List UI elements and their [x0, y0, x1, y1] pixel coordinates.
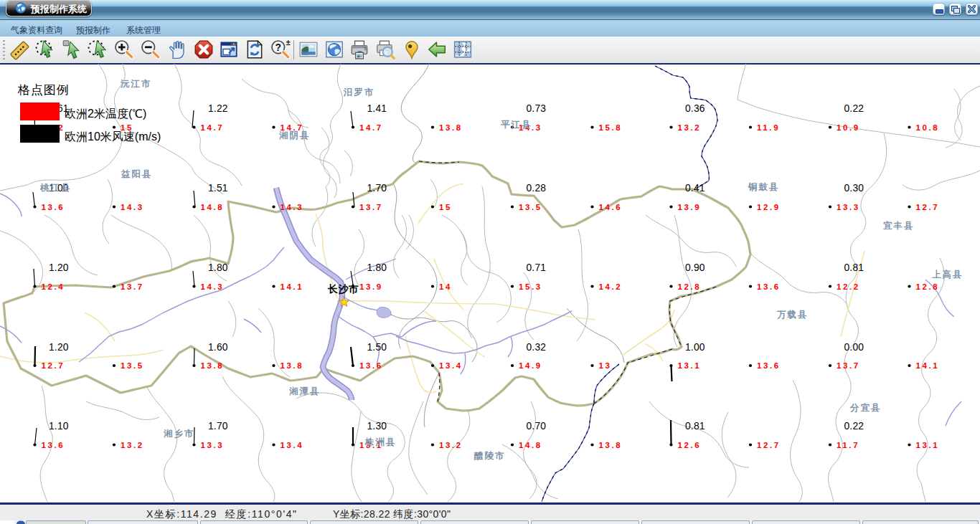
- svg-text:铜鼓县: 铜鼓县: [748, 182, 780, 192]
- svg-text:13.4: 13.4: [439, 361, 463, 370]
- svg-text:15.8: 15.8: [599, 123, 623, 132]
- svg-text:13.5: 13.5: [519, 203, 542, 211]
- svg-text:湘阴县: 湘阴县: [278, 130, 311, 140]
- svg-text:13.1: 13.1: [678, 361, 702, 370]
- svg-text:0.81: 0.81: [844, 262, 864, 273]
- svg-text:13.6: 13.6: [42, 203, 65, 211]
- svg-text:格点图例: 格点图例: [17, 83, 70, 97]
- svg-text:13.3: 13.3: [201, 441, 225, 449]
- svg-text:湘乡市: 湘乡市: [163, 429, 195, 439]
- svg-text:1.10: 1.10: [49, 421, 69, 432]
- svg-text:14.9: 14.9: [519, 361, 542, 370]
- svg-text:宜丰县: 宜丰县: [883, 221, 915, 231]
- svg-text:?: ?: [275, 42, 282, 53]
- svg-text:13.8: 13.8: [599, 441, 623, 449]
- svg-text:12.7: 12.7: [42, 361, 65, 370]
- svg-text:13.6: 13.6: [359, 361, 383, 370]
- svg-text:10.9: 10.9: [837, 123, 860, 132]
- svg-text:13.7: 13.7: [359, 203, 383, 211]
- svg-text:1.50: 1.50: [367, 342, 387, 353]
- svg-text:13.7: 13.7: [837, 361, 860, 370]
- svg-text:11.9: 11.9: [757, 123, 780, 132]
- svg-text:14.3: 14.3: [121, 203, 144, 211]
- svg-text:1.20: 1.20: [49, 262, 69, 273]
- svg-text:0.73: 0.73: [527, 103, 547, 114]
- svg-text:0.41: 0.41: [685, 183, 705, 194]
- svg-text:14.6: 14.6: [599, 203, 623, 211]
- svg-text:桃江县: 桃江县: [39, 183, 72, 193]
- svg-text:13.7: 13.7: [121, 282, 144, 291]
- svg-text:万载县: 万载县: [776, 310, 809, 320]
- svg-text:13.3: 13.3: [837, 203, 860, 211]
- svg-text:1.51: 1.51: [208, 183, 228, 194]
- svg-text:11.7: 11.7: [837, 441, 859, 449]
- svg-text:株洲县: 株洲县: [364, 437, 397, 447]
- svg-text:13.6: 13.6: [42, 441, 65, 449]
- svg-text:14.8: 14.8: [519, 441, 542, 449]
- svg-text:1.80: 1.80: [367, 262, 387, 273]
- svg-text:13.2: 13.2: [678, 123, 702, 132]
- svg-text:0.81: 0.81: [685, 421, 705, 432]
- svg-text:1.20: 1.20: [49, 342, 69, 353]
- svg-text:14.7: 14.7: [201, 123, 225, 132]
- svg-text:汨罗市: 汨罗市: [343, 87, 375, 97]
- svg-text:1.41: 1.41: [367, 103, 387, 114]
- svg-text:13.2: 13.2: [439, 441, 463, 449]
- svg-text:13: 13: [599, 361, 612, 370]
- svg-text:0.36: 0.36: [685, 103, 705, 114]
- svg-text:平江县: 平江县: [501, 120, 532, 130]
- svg-text:13.1: 13.1: [916, 441, 940, 449]
- svg-text:醴陵市: 醴陵市: [473, 451, 506, 461]
- svg-text:14.1: 14.1: [916, 361, 940, 370]
- svg-text:12.6: 12.6: [678, 441, 702, 449]
- svg-text:13.9: 13.9: [678, 203, 702, 211]
- svg-text:长沙市: 长沙市: [327, 283, 359, 295]
- svg-text:12.4: 12.4: [42, 282, 65, 291]
- svg-text:12.9: 12.9: [757, 203, 781, 211]
- svg-text:益阳县: 益阳县: [121, 169, 153, 179]
- svg-text:13.8: 13.8: [281, 361, 304, 370]
- svg-text:13.5: 13.5: [121, 361, 144, 370]
- svg-text:13.6: 13.6: [757, 361, 781, 370]
- svg-text:12.7: 12.7: [916, 203, 940, 211]
- svg-text:1.00: 1.00: [685, 342, 705, 353]
- svg-text:±: ±: [286, 39, 291, 47]
- svg-text:14.8: 14.8: [201, 203, 225, 211]
- svg-text:15.3: 15.3: [519, 282, 542, 291]
- svg-text:1.70: 1.70: [367, 183, 387, 194]
- svg-text:0.71: 0.71: [527, 262, 547, 273]
- svg-text:12.8: 12.8: [916, 282, 940, 291]
- svg-text:12.7: 12.7: [757, 441, 781, 449]
- svg-text:13.8: 13.8: [201, 361, 225, 370]
- svg-text:沅江市: 沅江市: [120, 79, 152, 89]
- svg-text:13.6: 13.6: [757, 282, 781, 291]
- svg-text:0.28: 0.28: [527, 183, 547, 194]
- svg-text:0.22: 0.22: [844, 103, 864, 114]
- svg-text:14.7: 14.7: [359, 123, 383, 132]
- svg-text:上高县: 上高县: [932, 270, 963, 280]
- svg-text:0.90: 0.90: [685, 262, 705, 273]
- svg-text:14.2: 14.2: [599, 282, 623, 291]
- svg-text:15: 15: [439, 203, 452, 211]
- svg-text:12.8: 12.8: [678, 282, 702, 291]
- svg-text:12.2: 12.2: [837, 282, 860, 291]
- svg-text:1.22: 1.22: [208, 103, 228, 114]
- svg-text:14: 14: [439, 282, 452, 291]
- svg-text:欧洲2米温度(℃): 欧洲2米温度(℃): [65, 108, 146, 120]
- svg-text:14.3: 14.3: [281, 203, 304, 211]
- svg-text:欧洲10米风速(m/s): 欧洲10米风速(m/s): [65, 130, 161, 143]
- svg-text:14.1: 14.1: [281, 282, 304, 291]
- svg-text:0.22: 0.22: [844, 421, 864, 432]
- svg-text:13.4: 13.4: [281, 441, 304, 449]
- svg-text:13.8: 13.8: [439, 123, 463, 132]
- svg-text:1.60: 1.60: [208, 342, 228, 353]
- svg-text:0.32: 0.32: [527, 342, 547, 353]
- svg-text:10.8: 10.8: [916, 123, 940, 132]
- svg-text:0.30: 0.30: [844, 183, 864, 194]
- svg-text:1.70: 1.70: [208, 421, 228, 432]
- svg-text:14.3: 14.3: [201, 282, 225, 291]
- svg-text:13.9: 13.9: [359, 282, 383, 291]
- svg-text:13.2: 13.2: [121, 441, 144, 449]
- svg-text:湘潭县: 湘潭县: [288, 386, 321, 396]
- svg-text:分宜县: 分宜县: [849, 403, 882, 413]
